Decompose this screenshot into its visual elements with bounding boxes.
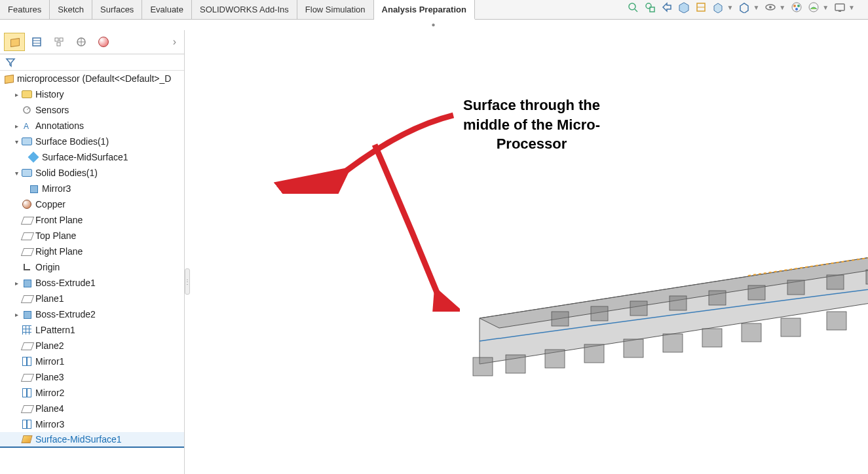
section-view-icon[interactable] — [678, 1, 690, 13]
dynamic-clip-icon[interactable] — [695, 1, 707, 13]
panel-splitter[interactable]: ● — [0, 20, 868, 30]
tab-analysis-preparation[interactable]: Analysis Preparation — [374, 0, 475, 20]
tree-mirror2[interactable]: Mirror2 — [0, 385, 184, 401]
svg-rect-13 — [835, 4, 844, 10]
label: Front Plane — [35, 215, 83, 225]
edit-appearance-icon[interactable] — [791, 1, 802, 13]
svg-rect-34 — [709, 291, 726, 305]
property-manager-tab[interactable] — [26, 33, 47, 51]
tree-surface-bodies[interactable]: ▾Surface Bodies(1) — [0, 134, 184, 149]
graphics-viewport[interactable]: Surface through the middle of the Micro-… — [185, 30, 868, 474]
svg-rect-51 — [827, 312, 846, 330]
tree-annotations[interactable]: ▸AAnnotations — [0, 118, 184, 134]
display-manager-tab[interactable] — [93, 33, 114, 51]
tab-surfaces[interactable]: Surfaces — [92, 0, 142, 19]
panel-resize-handle[interactable]: ⋮ — [185, 268, 190, 295]
tree-plane3[interactable]: Plane3 — [0, 369, 184, 385]
tree-plane4[interactable]: Plane4 — [0, 401, 184, 416]
previous-view-icon[interactable] — [661, 1, 673, 13]
dropdown-icon[interactable]: ▼ — [779, 4, 785, 11]
tab-addins[interactable]: SOLIDWORKS Add-Ins — [192, 0, 297, 19]
svg-rect-33 — [670, 296, 687, 310]
dropdown-icon[interactable]: ▼ — [822, 4, 829, 11]
label: Plane1 — [35, 293, 64, 304]
svg-rect-32 — [630, 301, 647, 316]
feature-manager-tab[interactable] — [4, 33, 25, 51]
tree-solid-bodies[interactable]: ▾Solid Bodies(1) — [0, 165, 184, 181]
tree-root-label: microprocessor (Default<<Default>_D — [17, 73, 171, 84]
svg-rect-20 — [57, 43, 60, 46]
tree-history[interactable]: ▸History — [0, 86, 184, 102]
annotation-line3: Processor — [463, 134, 600, 154]
tree-material-copper[interactable]: Copper — [0, 196, 184, 212]
tree-surface-midsurface1-body[interactable]: Surface-MidSurface1 — [0, 149, 184, 165]
annotation-line2: middle of the Micro- — [463, 115, 600, 135]
zoom-fit-icon[interactable] — [627, 1, 639, 13]
tree-mirror3-body[interactable]: Mirror3 — [0, 181, 184, 196]
svg-rect-37 — [827, 275, 844, 289]
dropdown-icon[interactable]: ▼ — [726, 4, 733, 11]
tree-filter[interactable] — [0, 54, 184, 71]
label: Plane3 — [35, 372, 64, 382]
label: Annotations — [35, 120, 84, 131]
annotation-line1: Surface through the — [463, 96, 600, 115]
apply-scene-icon[interactable] — [808, 1, 820, 13]
view-toolbar: ▼ ▼ ▼ ▼ ▼ — [627, 1, 855, 13]
panel-expand-icon[interactable]: › — [173, 36, 180, 48]
zoom-window-icon[interactable] — [644, 1, 656, 13]
tree-top-plane[interactable]: Top Plane — [0, 228, 184, 244]
svg-rect-49 — [742, 323, 761, 342]
label: Mirror3 — [35, 419, 64, 429]
feature-manager-panel: › microprocessor (Default<<Default>_D ▸H… — [0, 30, 185, 474]
svg-point-11 — [795, 8, 798, 10]
label: Copper — [35, 199, 66, 210]
tree-plane1[interactable]: Plane1 — [0, 291, 184, 306]
tree-lpattern1[interactable]: LPattern1 — [0, 322, 184, 338]
svg-line-25 — [27, 108, 29, 110]
tree-origin[interactable]: Origin — [0, 259, 184, 275]
tab-features[interactable]: Features — [0, 0, 50, 19]
tree-boss-extrude2[interactable]: ▸Boss-Extrude2 — [0, 306, 184, 322]
dimxpert-manager-tab[interactable] — [71, 33, 92, 51]
tree-surface-midsurface1-feature[interactable]: Surface-MidSurface1 — [0, 432, 184, 448]
dropdown-icon[interactable]: ▼ — [753, 4, 759, 11]
svg-rect-36 — [787, 280, 804, 295]
svg-rect-14 — [839, 10, 841, 12]
tree-front-plane[interactable]: Front Plane — [0, 212, 184, 228]
callout-annotation: Surface through the middle of the Micro-… — [463, 96, 600, 154]
model-microprocessor[interactable] — [460, 227, 868, 423]
tree-mirror1[interactable]: Mirror1 — [0, 354, 184, 369]
label: Surface-MidSurface1 — [42, 152, 128, 162]
svg-rect-35 — [748, 285, 765, 300]
tab-flow-simulation[interactable]: Flow Simulation — [297, 0, 374, 19]
label: Surface-MidSurface1 — [35, 434, 122, 445]
tree-boss-extrude1[interactable]: ▸Boss-Extrude1 — [0, 275, 184, 291]
svg-rect-19 — [60, 38, 63, 41]
label: Plane4 — [35, 403, 64, 414]
svg-point-7 — [769, 6, 772, 9]
svg-rect-44 — [545, 350, 565, 368]
label: Plane2 — [35, 340, 64, 351]
label: Right Plane — [35, 246, 83, 257]
display-style-icon[interactable] — [738, 1, 750, 13]
dropdown-icon[interactable]: ▼ — [848, 4, 855, 11]
tab-evaluate[interactable]: Evaluate — [142, 0, 192, 19]
label: Boss-Extrude1 — [35, 278, 96, 288]
label: LPattern1 — [35, 325, 75, 335]
view-orientation-icon[interactable] — [712, 1, 724, 13]
svg-rect-50 — [781, 318, 801, 337]
label: Origin — [35, 262, 60, 272]
svg-point-2 — [646, 3, 651, 9]
hide-show-icon[interactable] — [764, 1, 776, 13]
label: Surface Bodies(1) — [35, 136, 109, 147]
tree-plane2[interactable]: Plane2 — [0, 338, 184, 354]
svg-rect-46 — [624, 339, 643, 357]
tree-right-plane[interactable]: Right Plane — [0, 244, 184, 259]
tree-sensors[interactable]: Sensors — [0, 102, 184, 118]
tree-mirror3-feature[interactable]: Mirror3 — [0, 416, 184, 432]
label: Top Plane — [35, 230, 76, 241]
tab-sketch[interactable]: Sketch — [50, 0, 92, 19]
configuration-manager-tab[interactable] — [48, 33, 69, 51]
view-settings-icon[interactable] — [834, 1, 846, 13]
tree-root[interactable]: microprocessor (Default<<Default>_D — [0, 71, 184, 86]
